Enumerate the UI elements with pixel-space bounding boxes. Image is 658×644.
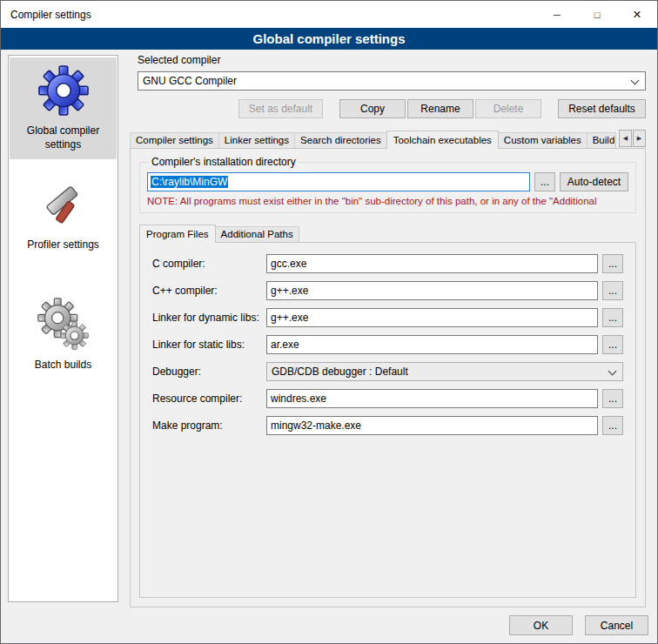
- program-files-panel: C compiler: ... C++ compiler: ... Linker…: [139, 242, 636, 598]
- debugger-select[interactable]: GDB/CDB debugger : Default: [266, 362, 623, 381]
- static-linker-browse-button[interactable]: ...: [602, 335, 623, 354]
- c-compiler-input[interactable]: [266, 254, 598, 273]
- compiler-settings-window: Compiler settings ─ □ × Global compiler …: [0, 0, 658, 644]
- category-sidebar: Global compiler settings Profiler settin…: [8, 55, 118, 602]
- profiler-tool-icon: [37, 178, 91, 231]
- tab-custom-variables[interactable]: Custom variables: [498, 132, 588, 148]
- make-program-label: Make program:: [152, 419, 266, 432]
- sidebar-item-global-compiler-settings[interactable]: Global compiler settings: [10, 57, 117, 159]
- tab-search-directories[interactable]: Search directories: [294, 132, 387, 148]
- titlebar[interactable]: Compiler settings ─ □ ×: [1, 1, 657, 28]
- minimize-button[interactable]: ─: [537, 1, 577, 28]
- delete-button[interactable]: Delete: [475, 99, 541, 118]
- main-settings-area: Selected compiler GNU GCC Compiler Set a…: [130, 53, 646, 607]
- reset-defaults-button[interactable]: Reset defaults: [558, 99, 646, 118]
- resource-compiler-browse-button[interactable]: ...: [602, 389, 623, 408]
- install-dir-group: Compiler's installation directory C:\ray…: [139, 156, 636, 213]
- dialog-header-title: Global compiler settings: [252, 31, 405, 46]
- chevron-down-icon: [631, 77, 640, 85]
- cpp-compiler-label: C++ compiler:: [152, 285, 266, 297]
- tab-scroll-left-icon[interactable]: ◀: [619, 130, 632, 147]
- debugger-label: Debugger:: [152, 366, 266, 378]
- c-compiler-label: C compiler:: [152, 258, 266, 270]
- programs-note: NOTE: All programs must exist either in …: [147, 196, 628, 206]
- install-dir-browse-button[interactable]: ...: [534, 172, 555, 191]
- install-dir-value: C:\raylib\MinGW: [151, 176, 228, 188]
- chevron-down-icon: [608, 367, 617, 376]
- tab-scroll-controls: ◀ ▶: [618, 130, 646, 147]
- compiler-select-value: GNU GCC Compiler: [143, 75, 237, 87]
- install-dir-input[interactable]: C:\raylib\MinGW: [147, 172, 530, 191]
- install-dir-group-title: Compiler's installation directory: [149, 156, 299, 168]
- close-icon: ×: [633, 6, 641, 23]
- dynamic-linker-browse-button[interactable]: ...: [602, 308, 623, 327]
- debugger-select-value: GDB/CDB debugger : Default: [272, 366, 408, 378]
- form-row-cpp-compiler: C++ compiler: ...: [152, 281, 623, 300]
- form-row-dynamic-linker: Linker for dynamic libs: ...: [152, 308, 623, 327]
- sidebar-item-profiler-settings[interactable]: Profiler settings: [10, 171, 117, 260]
- static-linker-label: Linker for static libs:: [152, 339, 266, 351]
- subtab-program-files[interactable]: Program Files: [139, 225, 216, 243]
- form-row-resource-compiler: Resource compiler: ...: [152, 389, 623, 408]
- rename-button[interactable]: Rename: [407, 99, 473, 118]
- sidebar-item-batch-builds[interactable]: Batch builds: [10, 292, 117, 380]
- maximize-button[interactable]: □: [577, 1, 617, 28]
- dialog-header: Global compiler settings: [1, 28, 657, 50]
- minimize-icon: ─: [554, 10, 561, 20]
- auto-detect-button[interactable]: Auto-detect: [560, 172, 628, 191]
- window-title: Compiler settings: [10, 9, 91, 21]
- tab-linker-settings[interactable]: Linker settings: [218, 132, 295, 148]
- close-button[interactable]: ×: [617, 1, 657, 28]
- c-compiler-browse-button[interactable]: ...: [602, 254, 623, 273]
- sidebar-item-label: Batch builds: [35, 359, 91, 372]
- toolchain-executables-panel: Compiler's installation directory C:\ray…: [130, 148, 646, 607]
- tab-toolchain-executables[interactable]: Toolchain executables: [386, 131, 499, 149]
- sidebar-item-label: Global compiler settings: [11, 124, 115, 151]
- form-row-c-compiler: C compiler: ...: [152, 254, 623, 273]
- window-controls: ─ □ ×: [537, 1, 657, 28]
- program-files-tabstrip: Program Files Additional Paths: [139, 223, 636, 242]
- form-row-static-linker: Linker for static libs: ...: [152, 335, 623, 354]
- cpp-compiler-browse-button[interactable]: ...: [602, 281, 623, 300]
- subtab-additional-paths[interactable]: Additional Paths: [215, 226, 299, 242]
- sidebar-item-label: Profiler settings: [27, 238, 99, 252]
- compiler-actions: Set as default Copy Rename Delete Reset …: [130, 99, 646, 118]
- dialog-footer: OK Cancel: [509, 615, 648, 635]
- dynamic-linker-label: Linker for dynamic libs:: [152, 312, 266, 324]
- tab-compiler-settings[interactable]: Compiler settings: [130, 132, 219, 148]
- ok-button[interactable]: OK: [509, 615, 573, 635]
- compiler-select[interactable]: GNU GCC Compiler: [138, 71, 646, 91]
- dynamic-linker-input[interactable]: [266, 308, 598, 327]
- resource-compiler-input[interactable]: [266, 389, 598, 408]
- make-program-browse-button[interactable]: ...: [602, 416, 623, 435]
- dialog-content: Global compiler settings Profiler settin…: [1, 50, 657, 643]
- cancel-button[interactable]: Cancel: [585, 615, 648, 635]
- maximize-icon: □: [594, 10, 601, 20]
- tab-build-options[interactable]: Build options: [587, 132, 616, 148]
- form-row-make-program: Make program: ...: [152, 416, 623, 435]
- resource-compiler-label: Resource compiler:: [152, 392, 266, 405]
- cpp-compiler-input[interactable]: [266, 281, 598, 300]
- make-program-input[interactable]: [266, 416, 598, 435]
- tab-scroll-right-icon[interactable]: ▶: [633, 130, 646, 147]
- form-row-debugger: Debugger: GDB/CDB debugger : Default: [152, 362, 623, 381]
- install-dir-row: C:\raylib\MinGW ... Auto-detect: [147, 172, 628, 191]
- set-as-default-button[interactable]: Set as default: [238, 99, 323, 118]
- static-linker-input[interactable]: [266, 335, 598, 354]
- selected-compiler-label: Selected compiler: [138, 54, 646, 66]
- settings-tabstrip: Compiler settings Linker settings Search…: [130, 129, 646, 148]
- copy-button[interactable]: Copy: [339, 99, 406, 118]
- blue-gear-icon: [37, 64, 91, 117]
- gray-gears-icon: [37, 298, 91, 352]
